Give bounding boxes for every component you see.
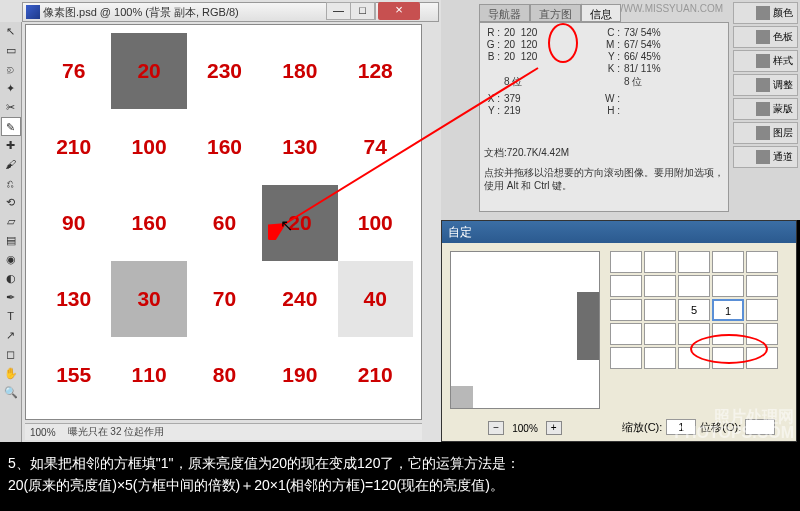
crop-tool[interactable]: ✂: [1, 98, 21, 117]
pixel-cell: 210: [338, 337, 413, 413]
panel-icon: [756, 126, 770, 140]
tab-navigator[interactable]: 导航器: [479, 4, 530, 22]
path-tool[interactable]: ↗: [1, 326, 21, 345]
marquee-tool[interactable]: ▭: [1, 41, 21, 60]
kernel-cell[interactable]: [644, 251, 676, 273]
kernel-cell[interactable]: [610, 275, 642, 297]
preview-dark-block: [577, 292, 599, 360]
document-title-bar[interactable]: 像素图.psd @ 100% (背景 副本, RGB/8): [22, 2, 439, 22]
caption: 5、如果把相邻的方框填"1"，原来亮度值为20的现在变成120了，它的运算方法是…: [0, 442, 800, 511]
pixel-cell: 20: [111, 33, 186, 109]
pen-tool[interactable]: ✒: [1, 288, 21, 307]
panel-图层[interactable]: 图层: [733, 122, 798, 144]
dialog-title[interactable]: 自定: [442, 221, 796, 243]
kernel-cell[interactable]: [644, 275, 676, 297]
kernel-cell[interactable]: [678, 251, 710, 273]
history-brush[interactable]: ⟲: [1, 193, 21, 212]
preview-zoom: 100%: [512, 423, 538, 434]
zoom-out-button[interactable]: −: [488, 421, 504, 435]
kernel-cell[interactable]: [644, 347, 676, 369]
right-panel-stack: 颜色色板样式调整蒙版图层通道: [731, 0, 800, 220]
kernel-cell[interactable]: [644, 323, 676, 345]
kernel-cell[interactable]: 5: [678, 299, 710, 321]
kernel-cell[interactable]: [712, 323, 744, 345]
kernel-cell[interactable]: [712, 275, 744, 297]
pixel-cell: 110: [111, 337, 186, 413]
panel-样式[interactable]: 样式: [733, 50, 798, 72]
kernel-cell[interactable]: [610, 299, 642, 321]
document-window: 像素图.psd @ 100% (背景 副本, RGB/8) —□ × ↖ ▭ ⟄…: [0, 0, 441, 442]
brush-tool[interactable]: 🖌: [1, 155, 21, 174]
zoom-in-button[interactable]: +: [546, 421, 562, 435]
kernel-cell[interactable]: [678, 323, 710, 345]
panel-蒙版[interactable]: 蒙版: [733, 98, 798, 120]
window-minmax[interactable]: —□: [326, 2, 376, 20]
panel-通道[interactable]: 通道: [733, 146, 798, 168]
heal-tool[interactable]: ✚: [1, 136, 21, 155]
close-button[interactable]: ×: [378, 2, 420, 20]
stamp-tool[interactable]: ⎌: [1, 174, 21, 193]
kernel-cell[interactable]: 1: [712, 299, 744, 321]
pixel-cell: 30: [111, 261, 186, 337]
eraser-tool[interactable]: ▱: [1, 212, 21, 231]
info-panel: R :20 120 C :73/ 54% G :20 120 M :67/ 54…: [479, 22, 729, 212]
wand-tool[interactable]: ✦: [1, 79, 21, 98]
preview-zoom-controls: − 100% +: [450, 421, 600, 435]
pixel-cell: 20: [262, 185, 337, 261]
kernel-cell[interactable]: [712, 251, 744, 273]
pixel-grid: 7620230180128210100160130749016060201001…: [36, 33, 413, 413]
lasso-tool[interactable]: ⟄: [1, 60, 21, 79]
canvas[interactable]: 7620230180128210100160130749016060201001…: [25, 24, 422, 420]
pixel-cell: 130: [262, 109, 337, 185]
kernel-cell[interactable]: [644, 299, 676, 321]
caption-line1: 5、如果把相邻的方框填"1"，原来亮度值为20的现在变成120了，它的运算方法是…: [8, 452, 792, 474]
kernel-cell[interactable]: [746, 323, 778, 345]
status-bar: 100% 曝光只在 32 位起作用: [25, 423, 422, 440]
panel-icon: [756, 78, 770, 92]
info-hint: 点按并拖移以沿想要的方向滚动图像。要用附加选项，使用 Alt 和 Ctrl 键。: [484, 166, 724, 192]
pixel-cell: 90: [36, 185, 111, 261]
move-tool[interactable]: ↖: [1, 22, 21, 41]
eyedropper-tool[interactable]: ✎: [1, 117, 21, 136]
tab-info[interactable]: 信息: [581, 4, 621, 22]
pixel-cell: 40: [338, 261, 413, 337]
kernel-cell[interactable]: [746, 275, 778, 297]
panel-调整[interactable]: 调整: [733, 74, 798, 96]
kernel-cell[interactable]: [678, 347, 710, 369]
toolbox: ↖ ▭ ⟄ ✦ ✂ ✎ ✚ 🖌 ⎌ ⟲ ▱ ▤ ◉ ◐ ✒ T ↗ ◻ ✋ 🔍: [0, 22, 22, 442]
type-tool[interactable]: T: [1, 307, 21, 326]
kernel-cell[interactable]: [610, 251, 642, 273]
gradient-tool[interactable]: ▤: [1, 231, 21, 250]
panel-icon: [756, 30, 770, 44]
kernel-matrix: 51: [610, 251, 778, 409]
panel-tabs: 导航器 直方图 信息: [479, 4, 621, 22]
pixel-cell: 60: [187, 185, 262, 261]
pixel-cell: 128: [338, 33, 413, 109]
kernel-cell[interactable]: [610, 347, 642, 369]
pixel-cell: 74: [338, 109, 413, 185]
zoom-tool[interactable]: 🔍: [1, 383, 21, 402]
pixel-cell: 160: [111, 185, 186, 261]
kernel-cell[interactable]: [712, 347, 744, 369]
pixel-cell: 130: [36, 261, 111, 337]
blur-tool[interactable]: ◉: [1, 250, 21, 269]
panel-icon: [756, 54, 770, 68]
kernel-cell[interactable]: [678, 275, 710, 297]
tab-histogram[interactable]: 直方图: [530, 4, 581, 22]
panel-颜色[interactable]: 颜色: [733, 2, 798, 24]
rgb-highlight-circle: [548, 23, 578, 63]
kernel-cell[interactable]: [746, 251, 778, 273]
document-title: 像素图.psd @ 100% (背景 副本, RGB/8): [43, 5, 239, 20]
panel-色板[interactable]: 色板: [733, 26, 798, 48]
pixel-cell: 240: [262, 261, 337, 337]
dodge-tool[interactable]: ◐: [1, 269, 21, 288]
kernel-cell[interactable]: [746, 299, 778, 321]
preview-light-block: [451, 386, 473, 408]
shape-tool[interactable]: ◻: [1, 345, 21, 364]
kernel-cell[interactable]: [746, 347, 778, 369]
hand-tool[interactable]: ✋: [1, 364, 21, 383]
kernel-cell[interactable]: [610, 323, 642, 345]
zoom-level: 100%: [30, 427, 56, 438]
pixel-cell: 230: [187, 33, 262, 109]
ps-icon: [26, 5, 40, 19]
